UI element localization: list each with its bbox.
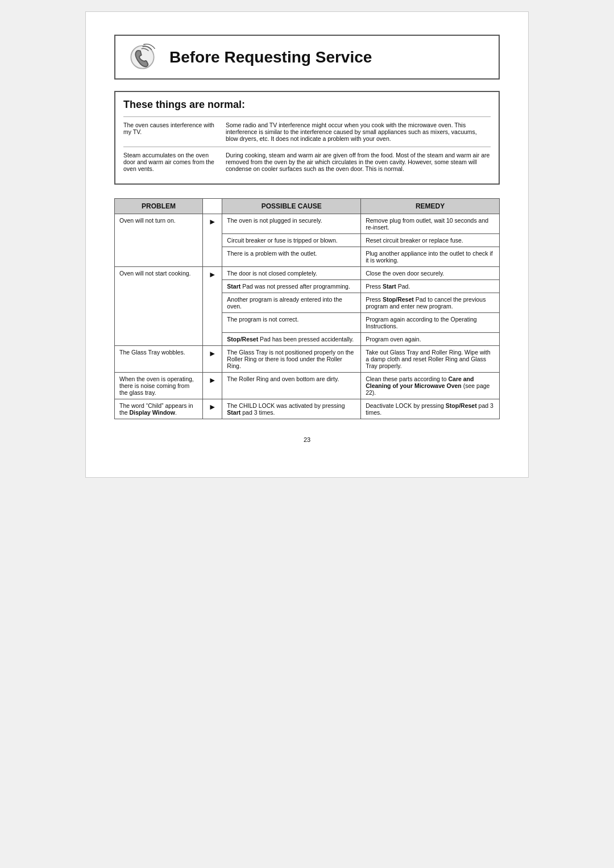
problem-cell-glass-tray: The Glass Tray wobbles. [115, 346, 203, 373]
cause-cell: Another program is already entered into … [222, 293, 361, 313]
problem-cell-child-lock: The word “Child” appears in the Display … [115, 399, 203, 419]
normal-row-steam: Steam accumulates on the oven door and w… [123, 147, 491, 177]
arrow-not-start: ► [203, 267, 222, 346]
problem-cell-turn-on: Oven will not turn on. [115, 214, 203, 267]
normal-row-tv: The oven causes interference with my TV.… [123, 116, 491, 147]
cause-cell: Circuit breaker or fuse is tripped or bl… [222, 234, 361, 247]
problem-cell-not-start: Oven will not start cooking. [115, 267, 203, 346]
cause-cell: The Roller Ring and oven bottom are dirt… [222, 373, 361, 399]
remedy-cell: Press Stop/Reset Pad to cancel the previ… [361, 293, 500, 313]
table-row: The Glass Tray wobbles. ► The Glass Tray… [115, 346, 500, 373]
normal-section-title: These things are normal: [123, 99, 491, 111]
remedy-cell: Deactivate LOCK by pressing Stop/Reset p… [361, 399, 500, 419]
table-row: The word “Child” appears in the Display … [115, 399, 500, 419]
remedy-cell: Clean these parts according to Care and … [361, 373, 500, 399]
cause-cell: The CHILD LOCK was activated by pressing… [222, 399, 361, 419]
page-title: Before Requesting Service [169, 48, 372, 66]
normal-explanation-steam: During cooking, steam and warm air are g… [226, 152, 491, 172]
table-row: When the oven is operating, there is noi… [115, 373, 500, 399]
page: Before Requesting Service These things a… [85, 11, 529, 478]
cause-cell: The oven is not plugged in securely. [222, 214, 361, 234]
remedy-cell: Reset circuit breaker or replace fuse. [361, 234, 500, 247]
header: Before Requesting Service [114, 35, 500, 80]
cause-cell: The program is not correct. [222, 313, 361, 333]
remedy-cell: Close the oven door securely. [361, 267, 500, 280]
cause-cell: Start Pad was not pressed after programm… [222, 280, 361, 293]
normal-problem-tv: The oven causes interference with my TV. [123, 122, 214, 142]
remedy-cell: Plug another appliance into the outlet t… [361, 247, 500, 267]
table-header-row: PROBLEM POSSIBLE CAUSE REMEDY [115, 199, 500, 214]
phone-icon [127, 41, 158, 73]
table-row: Oven will not turn on. ► The oven is not… [115, 214, 500, 234]
page-number: 23 [114, 436, 500, 443]
header-problem: PROBLEM [115, 199, 203, 214]
arrow-glass-tray: ► [203, 346, 222, 373]
normal-explanation-tv: Some radio and TV interference might occ… [226, 122, 491, 142]
normal-problem-steam: Steam accumulates on the oven door and w… [123, 152, 214, 172]
remedy-cell: Program oven again. [361, 333, 500, 346]
troubleshooting-table: PROBLEM POSSIBLE CAUSE REMEDY Oven will … [114, 198, 500, 419]
problem-cell-noise: When the oven is operating, there is noi… [115, 373, 203, 399]
cause-cell: Stop/Reset Pad has been pressed accident… [222, 333, 361, 346]
remedy-cell: Press Start Pad. [361, 280, 500, 293]
normal-section: These things are normal: The oven causes… [114, 91, 500, 185]
remedy-cell: Remove plug from outlet, wait 10 seconds… [361, 214, 500, 234]
header-arrow-spacer [203, 199, 222, 214]
arrow-noise: ► [203, 373, 222, 399]
table-row: Oven will not start cooking. ► The door … [115, 267, 500, 280]
remedy-cell: Take out Glass Tray and Roller Ring. Wip… [361, 346, 500, 373]
cause-cell: The door is not closed completely. [222, 267, 361, 280]
cause-cell: There is a problem with the outlet. [222, 247, 361, 267]
header-remedy: REMEDY [361, 199, 500, 214]
arrow-turn-on: ► [203, 214, 222, 267]
cause-cell: The Glass Tray is not positioned properl… [222, 346, 361, 373]
header-cause: POSSIBLE CAUSE [222, 199, 361, 214]
remedy-cell: Program again according to the Operating… [361, 313, 500, 333]
arrow-child-lock: ► [203, 399, 222, 419]
